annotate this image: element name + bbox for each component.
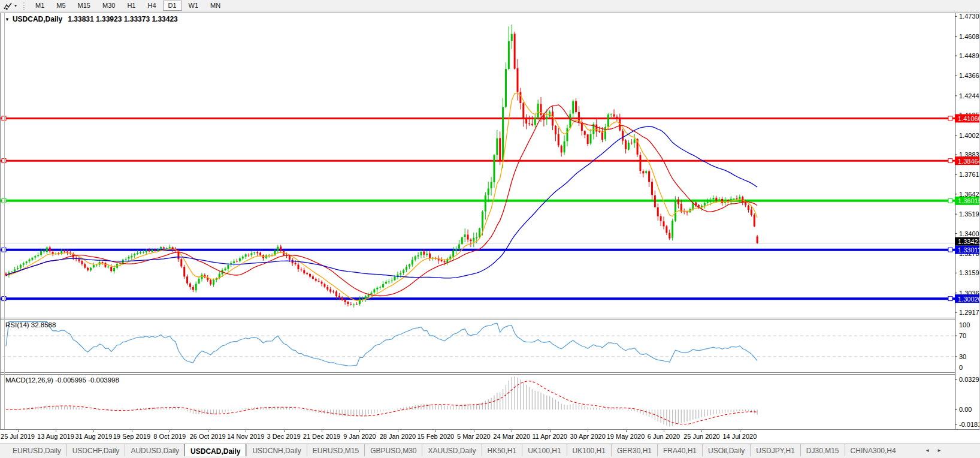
line-handle[interactable]	[2, 116, 6, 120]
line-handle[interactable]	[2, 198, 6, 203]
tab-scroll-arrows: ◄ ►	[925, 444, 942, 457]
price-tick-label: 1.31590	[959, 269, 980, 276]
rsi-scale-label: 0	[959, 364, 963, 371]
tab-usdchf-daily[interactable]: USDCHF,Daily	[66, 444, 125, 457]
dropdown-caret-icon: ▾	[14, 4, 17, 8]
date-tick	[664, 430, 664, 432]
timeframe-w1[interactable]: W1	[183, 1, 204, 11]
polyline-tool-icon	[4, 2, 13, 10]
date-tick	[588, 430, 588, 432]
timeframe-m1[interactable]: M1	[30, 1, 50, 11]
tab-dj30-m15[interactable]: DJ30,M15	[800, 444, 845, 457]
tab-ger30-h1[interactable]: GER30,H1	[611, 444, 657, 457]
date-tick	[208, 430, 208, 432]
toolbar-grip	[23, 2, 25, 10]
macd-scale-label: 0.032972	[959, 376, 980, 383]
tab-eurusd-daily[interactable]: EURUSD,Daily	[7, 444, 66, 457]
chart-ohlc-values: 1.33831 1.33923 1.33373 1.33423	[68, 15, 178, 23]
price-tick-label: 1.46080	[959, 33, 980, 40]
macd-scale-label: 0.00	[959, 406, 972, 413]
date-tick	[512, 430, 512, 432]
timeframe-m5[interactable]: M5	[51, 1, 71, 11]
line-handle[interactable]	[948, 116, 952, 120]
tab-audusd-daily[interactable]: AUDUSD,Daily	[125, 444, 184, 457]
timeframe-h1[interactable]: H1	[122, 1, 141, 11]
svg-text:1.36015: 1.36015	[958, 197, 980, 204]
date-tick	[550, 430, 551, 432]
date-tick	[93, 430, 94, 432]
line-handle[interactable]	[948, 198, 952, 203]
date-tick	[284, 430, 285, 432]
chart-area[interactable]: 1.473051.460801.448901.436651.424401.412…	[0, 13, 980, 430]
toolbar: ▾ M1M5M15M30H1H4D1W1MN	[0, 0, 980, 12]
date-tick	[435, 430, 436, 432]
tab-xauusd-daily[interactable]: XAUUSD,Daily	[422, 444, 481, 457]
tabs-scroll-left-icon[interactable]: ◄	[925, 448, 930, 453]
line-handle[interactable]	[948, 248, 952, 252]
svg-text:1.38464: 1.38464	[958, 158, 980, 165]
timeframe-h4[interactable]: H4	[142, 1, 161, 11]
tab-usdjpy-h1[interactable]: USDJPY,H1	[750, 444, 800, 457]
timeframe-m15[interactable]: M15	[72, 1, 96, 11]
price-tick-label: 1.29175	[959, 309, 980, 316]
chart-tabs: EURUSD,DailyUSDCHF,DailyAUDUSD,DailyUSDC…	[0, 444, 902, 457]
chart-background	[0, 13, 980, 430]
price-tick-label: 1.34005	[959, 230, 980, 237]
chart-tool-button[interactable]: ▾	[1, 1, 19, 11]
date-tick	[56, 430, 56, 432]
tab-eurusd-m15[interactable]: EURUSD,M15	[307, 444, 364, 457]
price-tick-label: 1.42440	[959, 92, 980, 100]
date-tick	[701, 430, 702, 432]
rsi-scale-label: 70	[959, 332, 966, 339]
chart-tab-bar: EURUSD,DailyUSDCHF,DailyAUDUSD,DailyUSDC…	[0, 444, 980, 457]
line-handle[interactable]	[2, 159, 6, 163]
price-tick-label: 1.37610	[959, 171, 980, 178]
timeframe-buttons: M1M5M15M30H1H4D1W1MN	[29, 0, 226, 11]
tab-usdcad-daily[interactable]: USDCAD,Daily	[184, 444, 246, 457]
price-tick-label: 1.47305	[959, 13, 980, 20]
rsi-indicator-label: RSI(14) 32.8588	[5, 321, 56, 329]
date-tick	[359, 430, 360, 432]
svg-text:1.41060: 1.41060	[958, 115, 980, 122]
price-tick-label: 1.43665	[959, 72, 980, 79]
macd-indicator-label: MACD(12,26,9) -0.005995 -0.003998	[5, 376, 119, 384]
date-tick	[246, 430, 246, 432]
rsi-scale-label: 100	[959, 321, 970, 329]
tab-uk100-h1[interactable]: UK100,H1	[522, 444, 566, 457]
price-tick-label: 1.35195	[959, 210, 980, 218]
line-handle[interactable]	[948, 159, 952, 163]
date-tick	[18, 430, 19, 432]
line-handle[interactable]	[948, 297, 952, 301]
svg-text:1.33423: 1.33423	[958, 238, 980, 245]
timeframe-d1[interactable]: D1	[163, 1, 182, 11]
tab-gbpusd-m30[interactable]: GBPUSD,M30	[364, 444, 422, 457]
mt4-window: ▾ M1M5M15M30H1H4D1W1MN 1.473051.460801.4…	[0, 0, 980, 458]
price-tick-label: 1.40025	[959, 132, 980, 139]
date-label: 14 Jul 2020	[707, 433, 773, 440]
date-tick	[626, 430, 627, 432]
date-tick	[398, 430, 398, 432]
svg-text:1.30020: 1.30020	[958, 296, 980, 303]
chart-title: ▼USDCAD,Daily1.33831 1.33923 1.33373 1.3…	[5, 15, 178, 23]
line-handle[interactable]	[2, 248, 6, 252]
date-tick	[170, 430, 170, 432]
chart-context-menu-icon[interactable]: ▼	[5, 17, 10, 22]
macd-scale-label: -0.01815	[959, 421, 980, 428]
tab-hk50-h1[interactable]: HK50,H1	[482, 444, 522, 457]
tabs-scroll-right-icon[interactable]: ►	[937, 448, 942, 453]
tab-usdcnh-daily[interactable]: USDCNH,Daily	[246, 444, 306, 457]
tab-china300-h4[interactable]: CHINA300,H4	[845, 444, 902, 457]
price-tick-label: 1.44890	[959, 52, 980, 59]
tab-uk100-h1[interactable]: UK100,H1	[567, 444, 611, 457]
timeframe-mn[interactable]: MN	[205, 1, 226, 11]
date-tick	[740, 430, 740, 432]
tab-usoil-daily[interactable]: USOil,Daily	[702, 444, 750, 457]
date-axis[interactable]: 25 Jul 201913 Aug 201931 Aug 201919 Sep …	[0, 430, 980, 444]
tab-fra40-h1[interactable]: FRA40,H1	[657, 444, 702, 457]
date-tick	[474, 430, 474, 432]
chart-symbol-period: USDCAD,Daily	[13, 15, 62, 23]
rsi-scale-label: 30	[959, 353, 966, 360]
line-handle[interactable]	[2, 297, 6, 301]
svg-text:1.33011: 1.33011	[958, 246, 980, 254]
timeframe-m30[interactable]: M30	[97, 1, 120, 11]
